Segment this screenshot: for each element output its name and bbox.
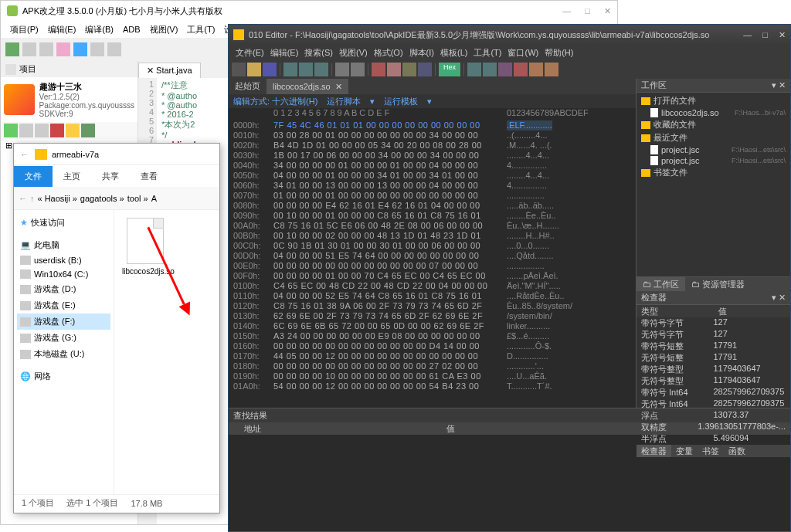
run-script[interactable]: 运行脚本	[327, 96, 361, 107]
menu-view[interactable]: 视图(V)	[337, 46, 370, 60]
close-icon[interactable]: ✕	[779, 30, 786, 40]
tool-icon[interactable]	[418, 63, 432, 76]
close-icon[interactable]: ✕	[604, 6, 611, 16]
recent-node[interactable]: 最近文件	[640, 131, 787, 144]
menu-tools[interactable]: 工具(T)	[471, 46, 504, 60]
menu-adb[interactable]: ADB	[120, 23, 144, 36]
tree-expand-icon[interactable]: ⊞	[5, 141, 12, 150]
menu-view[interactable]: 视图(V)	[147, 22, 182, 37]
apkide-titlebar[interactable]: APK改之理 3.5.0.0 (小月版) 七小月与小米人共有版权 — □ ✕	[1, 1, 617, 21]
insp-btm-tab[interactable]: 书签	[698, 445, 724, 457]
nav-up-icon[interactable]: ↑	[30, 194, 35, 203]
open-icon[interactable]	[247, 63, 261, 76]
open-icon[interactable]	[5, 42, 19, 56]
hex-badge[interactable]: Hex	[439, 63, 460, 76]
editor-tab[interactable]: ✕ Start.java	[138, 63, 201, 78]
menu-project[interactable]: 项目(P)	[7, 22, 42, 37]
menu-window[interactable]: 窗口(W)	[505, 46, 541, 60]
hex-view[interactable]: 0000h:7F 45 4C 46 01 01 01 00 00 00 00 0…	[229, 120, 636, 408]
explorer-titlebar[interactable]: ← armeabi-v7a	[14, 144, 219, 165]
minimize-icon[interactable]: —	[562, 6, 571, 16]
menu-edit[interactable]: 编辑(E)	[268, 46, 301, 60]
file-tab[interactable]: libcocos2djs.so✕	[266, 79, 348, 94]
nav-back-icon[interactable]: ←	[19, 194, 27, 203]
tab-file[interactable]: 文件	[14, 166, 53, 187]
insp-tab-explorer[interactable]: 🗀 资源管理器	[685, 277, 751, 291]
new-icon[interactable]	[232, 63, 246, 76]
insp-tab-workspace[interactable]: 🗀 工作区	[637, 277, 685, 291]
cut-icon[interactable]	[283, 63, 297, 76]
tool-icon[interactable]	[402, 63, 416, 76]
maximize-icon[interactable]: □	[762, 30, 768, 40]
address-bar[interactable]: ← ↑ « Haosiji »gagatools »tool »A	[14, 187, 219, 210]
refresh-icon[interactable]	[81, 124, 95, 137]
insp-btm-tab[interactable]: 变量	[671, 445, 698, 457]
open-files-node[interactable]: 打开的文件	[640, 94, 787, 107]
menu-format[interactable]: 格式(O)	[372, 46, 406, 60]
paste-icon[interactable]	[314, 63, 328, 76]
menu-edit[interactable]: 编辑(E)	[45, 22, 80, 37]
recent-file[interactable]: project.jscF:\Haosi...ets\src\	[640, 144, 787, 155]
menu-help[interactable]: 帮助(H)	[542, 46, 575, 60]
recent-file[interactable]: project.jscF:\Haosi...ets\src\	[640, 155, 787, 166]
tool-icon[interactable]	[483, 63, 497, 76]
edit-mode[interactable]: 编辑方式: 十六进制(H)	[233, 96, 317, 107]
tool-icon[interactable]	[387, 63, 401, 76]
tool-icon[interactable]	[90, 42, 104, 56]
bookmarks-node[interactable]: 书签文件	[640, 166, 787, 179]
save-icon[interactable]	[263, 63, 277, 76]
find-icon[interactable]	[372, 63, 385, 76]
run-template[interactable]: 运行模板	[384, 96, 418, 107]
tool-icon[interactable]	[22, 42, 36, 56]
tool-icon[interactable]	[498, 63, 512, 76]
tool-icon[interactable]	[35, 124, 49, 137]
tab-view[interactable]: 查看	[130, 166, 168, 187]
star-icon[interactable]	[66, 124, 80, 137]
nav-drive[interactable]: 游戏盘 (G:)	[17, 330, 110, 346]
menu-tools[interactable]: 工具(T)	[184, 22, 218, 37]
col-value[interactable]: 值	[431, 422, 470, 435]
insp-btm-tab[interactable]: 检查器	[637, 445, 671, 457]
tool-icon[interactable]	[56, 42, 70, 56]
add-icon[interactable]	[4, 124, 18, 137]
favorites-node[interactable]: 收藏的文件	[640, 118, 787, 131]
menu-script[interactable]: 脚本(I)	[407, 46, 436, 60]
nav-drive[interactable]: userdisk (B:)	[17, 253, 110, 267]
nav-this-pc[interactable]: 💻此电脑	[17, 237, 110, 253]
nav-drive[interactable]: 游戏盘 (D:)	[17, 281, 110, 297]
maximize-icon[interactable]: □	[585, 6, 590, 16]
minimize-icon[interactable]: —	[743, 30, 752, 40]
redo-icon[interactable]	[351, 63, 365, 76]
workspace-file[interactable]: libcocos2djs.soF:\Haos...bi-v7a\	[640, 107, 787, 118]
tool-icon[interactable]	[467, 63, 481, 76]
tab-home[interactable]: 主页	[53, 166, 91, 187]
col-address[interactable]: 地址	[229, 422, 277, 435]
undo-icon[interactable]	[335, 63, 349, 76]
nav-drive[interactable]: Win10x64 (C:)	[17, 267, 110, 281]
tool-icon[interactable]	[529, 63, 543, 76]
nav-drive[interactable]: 本地磁盘 (U:)	[17, 346, 110, 362]
menu-build[interactable]: 编译(B)	[82, 22, 117, 37]
search-icon[interactable]	[73, 42, 87, 56]
menu-search[interactable]: 搜索(S)	[302, 46, 335, 60]
nav-drive[interactable]: 游戏盘 (F:)	[17, 313, 110, 330]
hex-titlebar[interactable]: 010 Editor - F:\Haosiji\gagatools\tool\A…	[229, 25, 790, 45]
copy-icon[interactable]	[299, 63, 313, 76]
inspector-list[interactable]: 带符号字节127无符号字节127带符号短整17791无符号短整17791带符号整…	[637, 317, 790, 445]
tool-icon[interactable]	[107, 42, 121, 56]
menu-file[interactable]: 文件(E)	[233, 46, 266, 60]
delete-icon[interactable]	[50, 124, 64, 137]
insp-btm-tab[interactable]: 函数	[724, 445, 750, 457]
nav-quick-access[interactable]: ★快速访问	[17, 215, 110, 231]
back-icon[interactable]: ←	[20, 150, 29, 159]
tab-close-icon[interactable]: ✕	[335, 82, 342, 92]
nav-drive[interactable]: 游戏盘 (E:)	[17, 297, 110, 313]
tool-icon[interactable]	[514, 63, 528, 76]
start-tab[interactable]: 起始页	[229, 79, 266, 94]
tool-icon[interactable]	[39, 42, 53, 56]
menu-template[interactable]: 模板(L)	[438, 46, 470, 60]
nav-network[interactable]: 🌐网络	[17, 368, 110, 385]
tool-icon[interactable]	[19, 124, 33, 137]
tab-share[interactable]: 共享	[91, 166, 130, 187]
tool-icon[interactable]	[545, 63, 558, 76]
